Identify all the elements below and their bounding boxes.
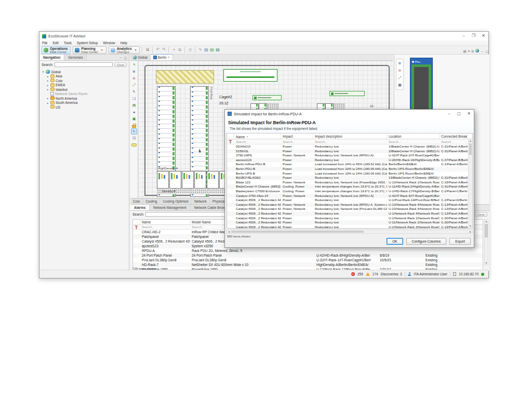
table-row[interactable]: Berlin-PDU-B Power Load increased from 1… [227,167,472,171]
menu-item[interactable]: Help [117,41,129,45]
tree-item-us[interactable]: US [42,105,129,110]
menu-item[interactable]: File [39,41,50,45]
maximize-panel-icon[interactable]: ◻ [124,56,127,59]
planning-perspective-button[interactable]: Planning Data Center ▼ [73,46,106,54]
menu-item[interactable]: System Setup [74,41,100,45]
tree-item-north-america[interactable]: ▸ North America [42,96,129,101]
column-connected-breaker[interactable]: Connected Breaker [440,134,468,139]
table-row[interactable]: 0DIANOJI Power Redundancy lost 1/BladeCe… [227,144,472,149]
table-row[interactable]: BIGBOYBLADE3 Power Redundancy lost 13/Bl… [227,176,472,180]
twistie-collapsed-icon[interactable]: ▸ [46,88,49,91]
column-name[interactable]: Name [140,220,190,224]
scroll-thumb[interactable] [469,143,472,155]
column-impact-description[interactable]: Impact description [313,134,387,139]
table-row[interactable]: Bladesystem C7000 Enclosure Cooling; Pow… [227,189,472,194]
filter-funnel-icon[interactable] [135,225,138,229]
tab-alarms[interactable]: Alarms [130,205,150,210]
table-row[interactable]: HD-Rack-7 NetShelter SX 42U 600mm Wide x… [133,262,483,267]
menu-item[interactable]: Tools [61,41,74,45]
column-location[interactable]: Location [387,134,440,139]
collapse-panel-icon[interactable]: ⇔ [119,56,123,59]
paint-tool-icon[interactable]: ✎ [131,89,137,95]
copy-icon[interactable] [177,47,182,53]
menu-item[interactable]: Window [100,41,117,45]
chevron-down-icon[interactable]: ▼ [135,48,137,51]
table-row[interactable]: BladeCenter H Chassis -[8852]- Cooling; … [227,184,472,189]
redo-icon[interactable] [161,47,166,53]
zoom-in-icon[interactable]: ⊕ [131,69,137,75]
lock-icon[interactable] [132,125,136,128]
tab-global-view[interactable]: Global [130,54,151,60]
export-button[interactable]: Export [449,238,471,245]
panel-layout-icon[interactable]: ▤ [463,49,466,54]
table-row[interactable]: 3750-24PS Power; Network Redundancy lost… [227,153,472,158]
power-path-icon[interactable]: ● [131,109,137,115]
scroll-down-icon[interactable]: ▼ [485,261,488,265]
table-row[interactable]: Catalyst 4506 , 2 Redundant 4200w @ Powe… [227,220,472,225]
tree-item-network-demo-room[interactable]: i Network Demo Room [42,92,129,97]
table-row[interactable]: RPDU-A Rack PDU 2G, Metered, ZeroU, 5 [133,248,483,253]
error-badge-icon[interactable] [351,272,355,276]
twistie-collapsed-icon[interactable]: ▸ [46,79,49,82]
globe-icon[interactable] [475,49,479,52]
tab-colo[interactable]: Colo [130,198,143,204]
scroll-up-icon[interactable]: ▲ [469,139,472,143]
undo-icon[interactable] [155,47,161,53]
table-row[interactable]: Catalyst 3750-24ps-24 Power; Network Red… [227,194,472,198]
crop-tool-icon[interactable]: ◳ [131,135,137,141]
restore-button[interactable]: ❐ [469,32,478,40]
scroll-down-icon[interactable]: ▼ [469,224,472,228]
zoom-out-icon[interactable]: ⊖ [131,75,137,82]
dialog-horizontal-scrollbar[interactable]: ◄ ► [227,230,473,234]
dock-clear-button[interactable]: Clear [475,212,487,217]
report-export-icon[interactable] [215,47,220,53]
tree-item-emea[interactable]: ▸ EMEA [42,83,129,88]
discoveries-label[interactable]: Discoveries: 3 [381,272,402,276]
menu-item[interactable]: Edit [50,41,61,45]
table-row[interactable]: Catalyst 4506 , 2 Redundant 4200w @ Powe… [227,207,472,211]
tab-berlin-view[interactable]: Berlin ✕ [151,54,173,60]
table-row[interactable]: 5159V0L Power Redundancy lost 2/BladeCen… [227,149,472,154]
column-impact[interactable]: Impact [281,134,313,139]
maximize-panel-icon[interactable]: ◻ [486,49,488,54]
table-row[interactable]: Catalyst 4506 , 2 Redundant 4200w @ Powe… [227,203,472,207]
tab-navigation[interactable]: Navigation [39,55,64,60]
rack-view-icon[interactable]: ▤ [131,102,137,109]
add-icon[interactable] [171,47,177,53]
close-button[interactable]: ✕ [478,32,488,40]
zoom-fit-icon[interactable]: ⤢ [397,75,403,81]
chevron-down-icon[interactable]: ▼ [101,48,103,51]
description-filter-input[interactable]: Search... [313,139,387,144]
list-view-icon[interactable]: ≡ [468,49,470,54]
column-name[interactable]: Name [234,134,281,139]
tab-cooling-optimize[interactable]: Cooling Optimize [160,198,192,204]
scroll-thumb[interactable] [485,224,488,237]
impact-filter-input[interactable]: Search... [281,139,313,144]
close-button[interactable]: ✕ [464,110,474,118]
tree-item-south-america[interactable]: ▸ South America [42,101,129,105]
twistie-collapsed-icon[interactable]: ▸ [46,75,49,78]
minimize-button[interactable]: – [444,110,454,118]
table-row[interactable]: Berlin-InRow-PDU-B Power Load increased … [227,162,472,167]
dialog-vertical-scrollbar[interactable]: ▲ ▼ [468,139,472,228]
table-row[interactable]: Catalyst 4506 , 2 Redundant 4200w @ Powe… [227,225,472,229]
twistie-collapsed-icon[interactable]: ▸ [46,101,49,104]
table-row[interactable]: ProLiant DL380p Gen8 ProLiant DL380p Gen… [133,258,483,262]
report-blue-icon[interactable] [203,47,209,53]
tree-item-istanbul[interactable]: ▸ Istanbul [42,87,129,92]
scroll-thumb[interactable] [231,231,364,233]
twistie-collapsed-icon[interactable]: ▸ [46,97,49,100]
tab-cooling[interactable]: Cooling [143,198,160,204]
tree-item-colo[interactable]: ▸ Colo [42,78,129,83]
edit-icon[interactable] [197,47,203,53]
zoom-fit-icon[interactable]: ⤢ [131,82,137,88]
report-green-icon[interactable] [209,47,215,53]
configure-columns-button[interactable]: Configure Columns [406,238,447,245]
capacity-view-icon[interactable]: ▣ [131,116,137,122]
name-filter-input[interactable]: Search... [234,139,281,144]
table-row[interactable]: Catalyst 4506 , 2 Redundant 4200w @ Powe… [227,211,472,216]
grid-view-icon[interactable]: ▦ [397,82,403,88]
select-cursor-icon[interactable]: ↖ [131,128,137,135]
tree-item-global[interactable]: ▾ Global [42,70,129,74]
sidebar-clear-button[interactable]: Clear [114,62,127,67]
